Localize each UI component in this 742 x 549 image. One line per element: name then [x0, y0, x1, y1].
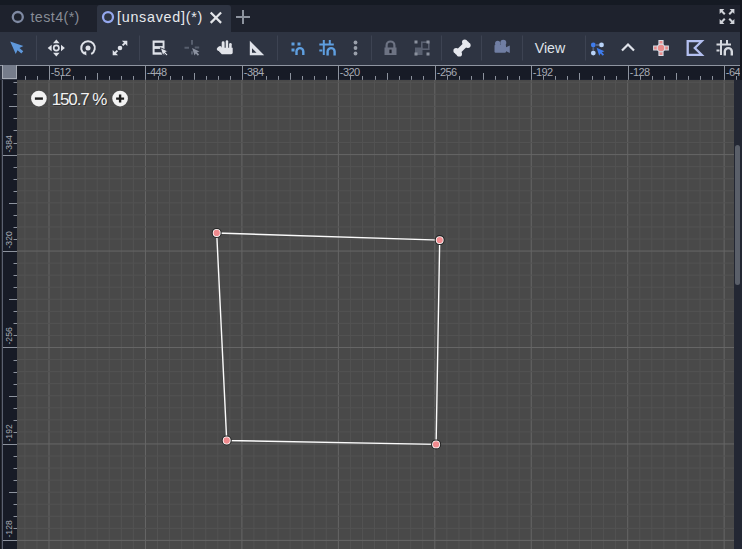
svg-text:-512: -512: [51, 66, 71, 78]
svg-text:-192: -192: [4, 424, 14, 441]
svg-text:-320: -320: [4, 231, 14, 248]
svg-text:150.7 %: 150.7 %: [52, 89, 108, 108]
svg-text:View: View: [535, 40, 566, 56]
svg-text:-192: -192: [533, 66, 553, 78]
svg-text:-384: -384: [4, 135, 14, 152]
svg-text:-256: -256: [437, 66, 457, 78]
svg-text:-384: -384: [244, 66, 264, 78]
svg-text:-64: -64: [726, 66, 741, 78]
svg-text:-448: -448: [147, 66, 167, 78]
svg-text:-256: -256: [4, 327, 14, 344]
svg-text:-128: -128: [630, 66, 650, 78]
svg-text:[unsaved](*): [unsaved](*): [117, 9, 203, 25]
svg-text:test4(*): test4(*): [31, 9, 80, 25]
svg-text:-128: -128: [4, 520, 14, 537]
svg-text:-320: -320: [340, 66, 360, 78]
